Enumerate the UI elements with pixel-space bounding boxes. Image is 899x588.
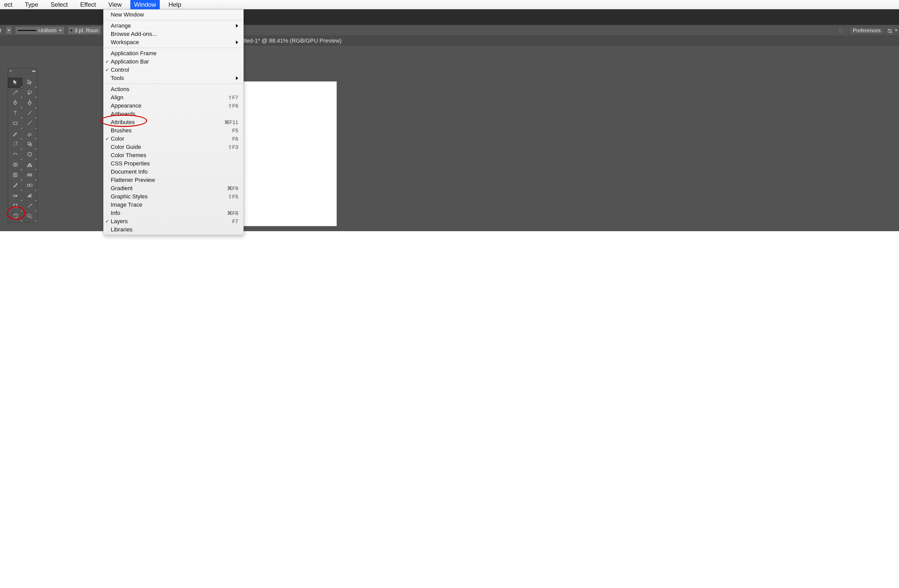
flyout-indicator-icon xyxy=(21,86,22,88)
brush-definition-dropdown[interactable]: 3 pt. Roun xyxy=(68,26,101,35)
gradient-tool[interactable] xyxy=(22,171,37,181)
paintbrush-tool[interactable] xyxy=(22,119,37,129)
align-to-icon[interactable] xyxy=(887,28,892,33)
menu-item-new-window[interactable]: New Window xyxy=(103,11,243,19)
flyout-indicator-icon xyxy=(35,210,36,211)
menu-item-label: Appearance xyxy=(111,102,228,109)
svg-point-23 xyxy=(28,214,31,217)
menu-item-color-guide[interactable]: Color Guide⇧F3 xyxy=(103,143,243,151)
width-tool[interactable] xyxy=(8,150,22,160)
type-tool[interactable] xyxy=(8,109,22,119)
menu-item-gradient[interactable]: Gradient⌘F9 xyxy=(103,184,243,193)
menu-item-label: New Window xyxy=(111,11,238,18)
stroke-style-dropdown[interactable]: Uniform xyxy=(15,26,65,35)
menu-item-application-frame[interactable]: Application Frame xyxy=(103,49,243,57)
menu-item-align[interactable]: Align⇧F7 xyxy=(103,93,243,102)
menu-item-ect[interactable]: ect xyxy=(0,0,16,9)
menu-item-effect[interactable]: Effect xyxy=(77,0,100,9)
zoom-tool[interactable] xyxy=(22,212,37,222)
lasso-tool[interactable] xyxy=(22,88,37,98)
flyout-indicator-icon xyxy=(21,97,22,98)
line-segment-tool[interactable] xyxy=(22,109,37,119)
menu-item-color[interactable]: ✓ColorF6 xyxy=(103,135,243,143)
checkmark-icon: ✓ xyxy=(103,59,111,65)
svg-rect-19 xyxy=(28,196,29,198)
symbol-sprayer-tool[interactable] xyxy=(8,191,22,202)
menu-item-actions[interactable]: Actions xyxy=(103,85,243,93)
control-dropdown-cut[interactable] xyxy=(6,26,12,35)
svg-point-15 xyxy=(16,183,17,184)
magic-wand-tool[interactable] xyxy=(8,88,22,98)
menu-item-tools[interactable]: Tools xyxy=(103,74,243,82)
scale-tool[interactable] xyxy=(22,140,37,150)
menu-item-label: Application Frame xyxy=(111,50,238,57)
chevron-down-icon[interactable] xyxy=(895,30,897,31)
svg-point-2 xyxy=(28,93,29,94)
preferences-button[interactable]: Preferences xyxy=(849,27,885,34)
menu-item-select[interactable]: Select xyxy=(47,0,71,9)
curvature-tool[interactable] xyxy=(22,98,37,109)
svg-point-9 xyxy=(17,154,17,154)
pen-tool[interactable] xyxy=(8,98,22,109)
selection-tool[interactable] xyxy=(8,78,22,88)
perspective-grid-tool[interactable] xyxy=(22,160,37,171)
panel-grip-icon[interactable] xyxy=(16,74,29,77)
menu-item-appearance[interactable]: Appearance⇧F6 xyxy=(103,102,243,110)
submenu-arrow-icon xyxy=(236,40,238,44)
menu-item-color-themes[interactable]: Color Themes xyxy=(103,151,243,159)
menu-item-label: Libraries xyxy=(111,226,238,233)
flyout-indicator-icon xyxy=(21,158,22,160)
collapse-icon[interactable]: ◂◂ xyxy=(32,69,36,73)
menu-item-layers[interactable]: ✓LayersF7 xyxy=(103,217,243,225)
rotate-tool[interactable] xyxy=(8,140,22,150)
rectangle-tool[interactable] xyxy=(8,119,22,129)
shape-builder-tool[interactable] xyxy=(8,160,22,171)
menu-item-flattener-preview[interactable]: Flattener Preview xyxy=(103,176,243,184)
eyedropper-tool[interactable] xyxy=(8,181,22,191)
menu-item-brushes[interactable]: BrushesF5 xyxy=(103,127,243,135)
blend-tool[interactable] xyxy=(22,181,37,191)
flyout-indicator-icon xyxy=(35,86,36,88)
checkmark-icon: ✓ xyxy=(103,67,111,73)
menu-item-help[interactable]: Help xyxy=(165,0,185,9)
submenu-arrow-icon xyxy=(236,76,238,80)
flyout-indicator-icon xyxy=(35,97,36,98)
menu-item-workspace[interactable]: Workspace xyxy=(103,38,243,46)
flyout-indicator-icon xyxy=(21,127,22,129)
flyout-indicator-icon xyxy=(21,220,22,222)
menu-item-libraries[interactable]: Libraries xyxy=(103,225,243,234)
menu-separator xyxy=(103,83,243,84)
tools-panel: × ◂◂ xyxy=(8,68,37,222)
menu-item-application-bar[interactable]: ✓Application Bar xyxy=(103,57,243,66)
blend-tool-icon xyxy=(26,182,33,190)
menu-item-control[interactable]: ✓Control xyxy=(103,66,243,74)
close-icon[interactable]: × xyxy=(9,69,12,73)
menu-item-graphic-styles[interactable]: Graphic Styles⇧F5 xyxy=(103,193,243,201)
direct-selection-tool[interactable] xyxy=(22,78,37,88)
free-transform-tool[interactable] xyxy=(22,150,37,160)
menu-item-browse-add-ons[interactable]: Browse Add-ons... xyxy=(103,30,243,38)
menu-item-arrange[interactable]: Arrange xyxy=(103,22,243,30)
pencil-tool[interactable] xyxy=(8,129,22,140)
artboard-tool[interactable] xyxy=(8,202,22,212)
menu-item-css-properties[interactable]: CSS Properties xyxy=(103,159,243,168)
slice-tool[interactable] xyxy=(22,202,37,212)
menu-item-attributes[interactable]: Attributes⌘F11 xyxy=(103,118,243,127)
menu-item-info[interactable]: Info⌘F8 xyxy=(103,209,243,217)
column-graph-tool[interactable] xyxy=(22,191,37,202)
menu-item-type[interactable]: Type xyxy=(21,0,42,9)
menu-item-view[interactable]: View xyxy=(105,0,125,9)
eraser-tool[interactable] xyxy=(22,129,37,140)
document-tab[interactable]: tled-1* @ 88.41% (RGB/GPU Preview) xyxy=(244,37,341,44)
flyout-indicator-icon xyxy=(21,169,22,170)
menu-shortcut: ⌘F9 xyxy=(227,185,238,191)
artboard[interactable] xyxy=(244,82,337,226)
magic-wand-tool-icon xyxy=(12,89,19,97)
menu-item-image-trace[interactable]: Image Trace xyxy=(103,201,243,209)
mesh-tool[interactable] xyxy=(8,171,22,181)
menu-item-artboards[interactable]: Artboards xyxy=(103,110,243,118)
menu-item-window[interactable]: Window xyxy=(130,0,159,9)
hand-tool[interactable] xyxy=(8,212,22,222)
control-right-cut-field[interactable] xyxy=(837,27,844,34)
menu-item-document-info[interactable]: Document Info xyxy=(103,168,243,176)
